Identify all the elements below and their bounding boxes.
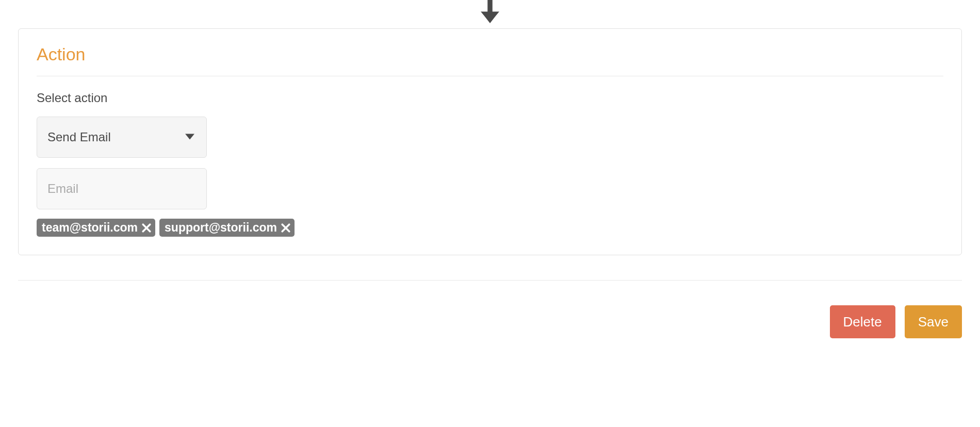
action-title: Action — [37, 44, 943, 76]
email-chips: team@storii.com support@storii.com — [37, 219, 943, 237]
action-select[interactable]: Send Email — [37, 117, 207, 158]
email-chip-label: support@storii.com — [165, 221, 277, 235]
arrow-down-icon — [0, 0, 980, 28]
email-input-row — [37, 168, 207, 209]
footer-buttons: Delete Save — [18, 305, 962, 338]
email-chip-label: team@storii.com — [42, 221, 138, 235]
email-chip: team@storii.com — [37, 219, 155, 237]
delete-button[interactable]: Delete — [830, 305, 895, 338]
select-action-label: Select action — [37, 91, 943, 105]
email-input[interactable] — [37, 169, 207, 209]
email-chip: support@storii.com — [159, 219, 295, 237]
divider — [18, 280, 962, 281]
action-card: Action Select action Send Email team@sto… — [18, 28, 962, 255]
close-icon[interactable] — [142, 223, 151, 233]
close-icon[interactable] — [281, 223, 290, 233]
save-button[interactable]: Save — [905, 305, 962, 338]
action-select-value[interactable]: Send Email — [37, 117, 207, 158]
